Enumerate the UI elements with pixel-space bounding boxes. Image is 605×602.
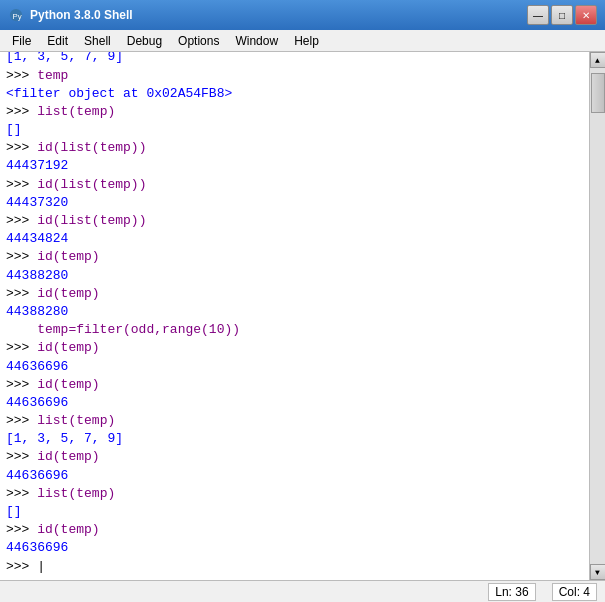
shell-line: 44636696	[6, 467, 583, 485]
shell-line: >>> id(temp)	[6, 248, 583, 266]
status-bar: Ln: 36 Col: 4	[0, 580, 605, 602]
line-status: Ln: 36	[488, 583, 535, 601]
shell-line: [1, 3, 5, 7, 9]	[6, 430, 583, 448]
shell-line: >>> temp	[6, 67, 583, 85]
shell-line: >>> id(list(temp))	[6, 176, 583, 194]
scroll-up-arrow[interactable]: ▲	[590, 52, 606, 68]
shell-line: >>> list(temp)	[6, 485, 583, 503]
shell-line: temp=filter(odd,range(10))	[6, 321, 583, 339]
shell-line: >>> id(temp)	[6, 448, 583, 466]
menu-bar: File Edit Shell Debug Options Window Hel…	[0, 30, 605, 52]
col-status: Col: 4	[552, 583, 597, 601]
maximize-button[interactable]: □	[551, 5, 573, 25]
menu-options[interactable]: Options	[170, 32, 227, 50]
scroll-down-arrow[interactable]: ▼	[590, 564, 606, 580]
menu-edit[interactable]: Edit	[39, 32, 76, 50]
shell-line: >>> id(temp)	[6, 339, 583, 357]
shell-line: []	[6, 121, 583, 139]
shell-line: 44636696	[6, 358, 583, 376]
shell-line: >>> id(temp)	[6, 285, 583, 303]
shell-line: [1, 3, 5, 7, 9]	[6, 52, 583, 67]
menu-window[interactable]: Window	[227, 32, 286, 50]
menu-file[interactable]: File	[4, 32, 39, 50]
minimize-button[interactable]: —	[527, 5, 549, 25]
shell-line: 44437192	[6, 157, 583, 175]
shell-line: >>> id(temp)	[6, 521, 583, 539]
shell-line: 44636696	[6, 539, 583, 557]
shell-line: 44388280	[6, 267, 583, 285]
menu-shell[interactable]: Shell	[76, 32, 119, 50]
app-icon: Py	[8, 7, 24, 23]
shell-line: >>> id(list(temp))	[6, 139, 583, 157]
shell-output[interactable]: Python 3.8.0 (tags/v3.8.0:fa919fd, Oct 1…	[0, 52, 589, 580]
shell-line: 44434824	[6, 230, 583, 248]
window-controls: — □ ✕	[527, 5, 597, 25]
scroll-thumb[interactable]	[591, 73, 605, 113]
menu-help[interactable]: Help	[286, 32, 327, 50]
shell-line: 44636696	[6, 394, 583, 412]
shell-line: >>> list(temp)	[6, 412, 583, 430]
shell-area[interactable]: Python 3.8.0 (tags/v3.8.0:fa919fd, Oct 1…	[0, 52, 605, 580]
shell-line: 44437320	[6, 194, 583, 212]
shell-line: >>> id(list(temp))	[6, 212, 583, 230]
title-bar: Py Python 3.8.0 Shell — □ ✕	[0, 0, 605, 30]
shell-line: 44388280	[6, 303, 583, 321]
menu-debug[interactable]: Debug	[119, 32, 170, 50]
svg-text:Py: Py	[13, 12, 22, 21]
title-text: Python 3.8.0 Shell	[30, 8, 521, 22]
shell-line: []	[6, 503, 583, 521]
scrollbar[interactable]: ▲ ▼	[589, 52, 605, 580]
shell-line: >>> list(temp)	[6, 103, 583, 121]
shell-line: >>> |	[6, 558, 583, 576]
shell-line: <filter object at 0x02A54FB8>	[6, 85, 583, 103]
scroll-track[interactable]	[590, 68, 605, 564]
shell-line: >>> id(temp)	[6, 376, 583, 394]
close-button[interactable]: ✕	[575, 5, 597, 25]
